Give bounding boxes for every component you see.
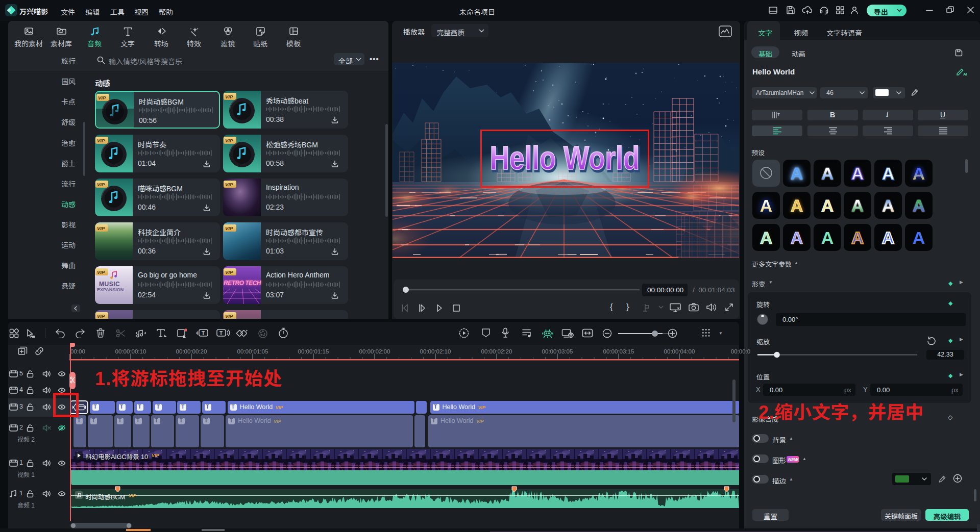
svg-text:Ṫ: Ṫ bbox=[777, 112, 780, 117]
svg-text:T: T bbox=[219, 331, 223, 336]
svg-text:T: T bbox=[202, 331, 205, 336]
svg-text:AI: AI bbox=[963, 72, 967, 76]
